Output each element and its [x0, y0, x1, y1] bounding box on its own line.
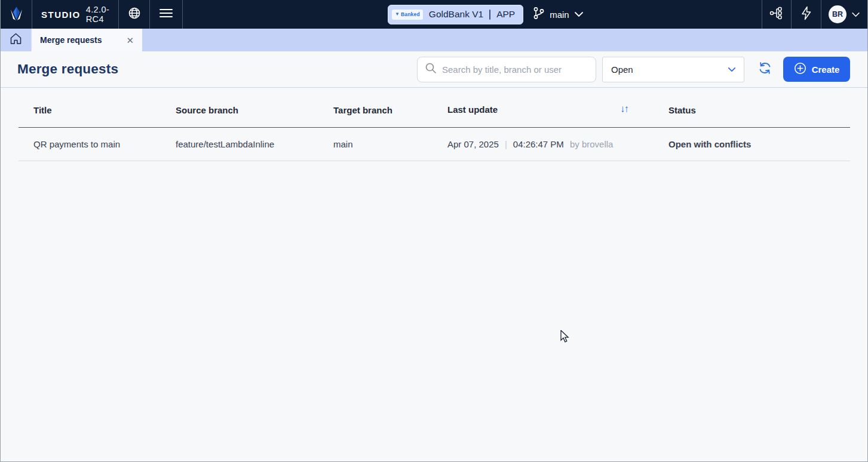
- app-logo: [1, 0, 32, 29]
- studio-logo-icon: [8, 5, 24, 24]
- row-source-branch: feature/testLambdaInline: [176, 139, 333, 149]
- quick-actions-button[interactable]: [792, 0, 821, 29]
- tab-merge-requests[interactable]: Merge requests ✕: [32, 29, 142, 51]
- chevron-down-icon: [851, 9, 860, 20]
- last-update-label: Last update: [447, 104, 498, 115]
- column-header-source-branch: Source branch: [176, 105, 333, 115]
- row-last-update: Apr 07, 2025 | 04:26:47 PM by brovella: [447, 139, 662, 149]
- column-header-target-branch: Target branch: [333, 105, 447, 115]
- git-branch-icon: [533, 7, 545, 22]
- date-time-separator: |: [505, 139, 507, 149]
- column-header-status: Status: [662, 105, 850, 115]
- main-menu-button[interactable]: [150, 0, 183, 29]
- refresh-button[interactable]: [756, 61, 773, 78]
- app-window: STUDIO 4.2.0-RC4: [0, 0, 868, 462]
- kb-brand-logo: ▼ Banked: [392, 10, 423, 20]
- status-filter-select[interactable]: Open: [602, 57, 744, 82]
- knowledge-base-badge[interactable]: ▼ Banked GoldBank V1 APP: [388, 5, 523, 24]
- close-icon[interactable]: ✕: [126, 36, 134, 45]
- merge-requests-table: Title Source branch Target branch Last u…: [19, 88, 850, 161]
- mouse-cursor: [560, 330, 572, 346]
- sort-icon[interactable]: ↓↑: [620, 103, 628, 115]
- chevron-down-icon: [574, 9, 584, 20]
- kb-name: GoldBank V1: [429, 9, 483, 20]
- chevron-down-icon: [728, 64, 736, 75]
- search-box[interactable]: [417, 57, 596, 82]
- tab-home[interactable]: [1, 29, 32, 51]
- page-header: Merge requests Open: [1, 51, 867, 88]
- tab-label: Merge requests: [40, 35, 102, 45]
- search-input[interactable]: [442, 64, 588, 75]
- row-target-branch: main: [333, 139, 447, 149]
- kb-brand-name: Banked: [401, 11, 420, 17]
- filter-selected-value: Open: [611, 64, 633, 75]
- column-header-title: Title: [19, 105, 176, 115]
- plus-circle-icon: [794, 62, 806, 76]
- row-time: 04:26:47 PM: [513, 139, 564, 149]
- column-header-last-update: Last update ↓↑: [447, 103, 662, 115]
- table-header-row: Title Source branch Target branch Last u…: [19, 88, 850, 128]
- create-button[interactable]: Create: [783, 57, 850, 82]
- row-status-badge: Open with conflicts: [662, 139, 850, 149]
- branch-name: main: [550, 10, 569, 20]
- page-title: Merge requests: [17, 61, 118, 77]
- product-version: 4.2.0-RC4: [86, 5, 118, 24]
- product-title: STUDIO: [41, 10, 81, 20]
- table-row[interactable]: QR payments to main feature/testLambdaIn…: [19, 128, 850, 161]
- row-date: Apr 07, 2025: [447, 139, 499, 149]
- hamburger-icon: [160, 8, 173, 20]
- product-name: STUDIO 4.2.0-RC4: [32, 0, 119, 29]
- sitemap-icon: [769, 5, 784, 23]
- create-button-label: Create: [812, 64, 840, 75]
- header-actions: Open: [417, 57, 850, 82]
- top-navbar: STUDIO 4.2.0-RC4: [1, 0, 867, 29]
- banked-logo-icon: ▼: [395, 12, 400, 17]
- globe-icon: [128, 7, 141, 22]
- avatar: BR: [829, 5, 846, 23]
- home-icon: [10, 33, 22, 47]
- row-title: QR payments to main: [19, 139, 176, 149]
- tab-strip: Merge requests ✕: [1, 29, 867, 51]
- row-author: by brovella: [570, 139, 614, 149]
- instances-button[interactable]: [762, 0, 792, 29]
- kb-divider: [489, 10, 490, 20]
- language-button[interactable]: [119, 0, 150, 29]
- refresh-icon: [757, 61, 772, 78]
- account-menu[interactable]: BR: [821, 0, 867, 29]
- search-icon: [425, 62, 437, 76]
- kb-context: ▼ Banked GoldBank V1 APP main: [388, 0, 584, 29]
- kb-environment: APP: [496, 9, 515, 20]
- branch-selector[interactable]: main: [533, 7, 584, 22]
- lightning-icon: [800, 6, 812, 23]
